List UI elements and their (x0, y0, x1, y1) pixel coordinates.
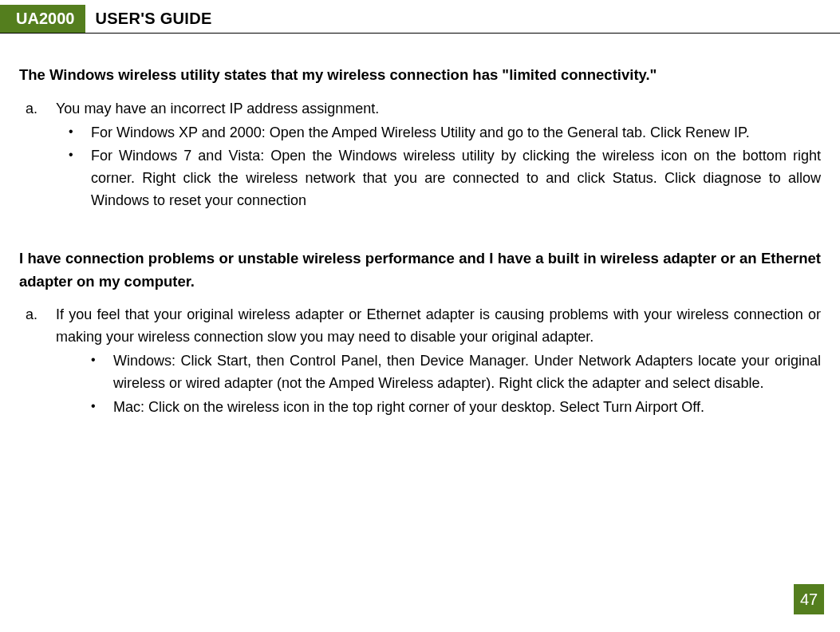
ordered-list-1: You may have an incorrect IP address ass… (19, 98, 821, 212)
section-heading-2: I have connection problems or unstable w… (19, 247, 821, 293)
bullet-text: Mac: Click on the wireless icon in the t… (113, 399, 704, 415)
bullet-text: For Windows 7 and Vista: Open the Window… (91, 148, 821, 208)
section-heading-1: The Windows wireless utility states that… (19, 64, 821, 87)
page-content: The Windows wireless utility states that… (0, 34, 840, 419)
bullet-item: For Windows XP and 2000: Open the Amped … (91, 122, 821, 144)
list-item-text: If you feel that your original wireless … (56, 304, 821, 349)
bullet-text: For Windows XP and 2000: Open the Amped … (91, 124, 750, 140)
bullet-text: Windows: Click Start, then Control Panel… (113, 353, 821, 391)
list-item: You may have an incorrect IP address ass… (56, 98, 821, 212)
list-item: If you feel that your original wireless … (56, 304, 821, 418)
bullet-list: For Windows XP and 2000: Open the Amped … (56, 122, 821, 213)
bullet-item: Windows: Click Start, then Control Panel… (113, 350, 821, 395)
bullet-item: Mac: Click on the wireless icon in the t… (113, 397, 821, 419)
bullet-item: For Windows 7 and Vista: Open the Window… (91, 145, 821, 212)
product-badge: UA2000 (14, 5, 85, 33)
list-item-text: You may have an incorrect IP address ass… (56, 98, 821, 120)
header-accent (0, 5, 14, 33)
page-number: 47 (794, 584, 824, 614)
ordered-list-2: If you feel that your original wireless … (19, 304, 821, 418)
bullet-list: Windows: Click Start, then Control Panel… (56, 350, 821, 419)
doc-title: USER'S GUIDE (85, 5, 211, 33)
header-bar: UA2000 USER'S GUIDE (0, 5, 840, 34)
